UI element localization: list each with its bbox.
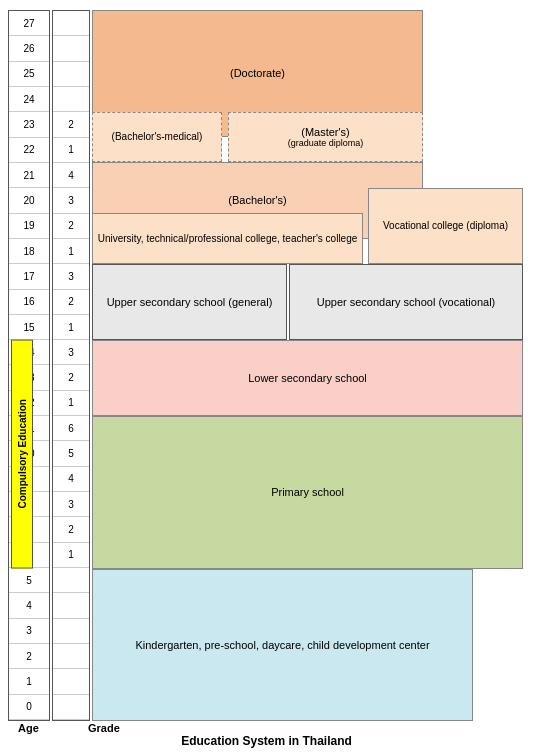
grade-cell-4 bbox=[53, 593, 89, 618]
grade-cell-14: 3 bbox=[53, 340, 89, 365]
age-cell-15: 15 bbox=[9, 315, 49, 340]
age-cell-4: 4 bbox=[9, 593, 49, 618]
upper-secondary-vocational-box: Upper secondary school (vocational) bbox=[289, 264, 523, 340]
chart-title: Education System in Thailand bbox=[0, 734, 533, 748]
grade-cell-3 bbox=[53, 619, 89, 644]
grade-cell-13: 2 bbox=[53, 366, 89, 391]
grade-cell-23: 2 bbox=[53, 112, 89, 137]
grade-axis-label: Grade bbox=[88, 722, 120, 734]
grade-cell-24 bbox=[53, 87, 89, 112]
grade-cell-19: 2 bbox=[53, 214, 89, 239]
age-cell-25: 25 bbox=[9, 62, 49, 87]
primary-school-box: Primary school bbox=[92, 416, 523, 568]
grade-cell-10: 5 bbox=[53, 441, 89, 466]
age-cell-17: 17 bbox=[9, 264, 49, 289]
masters-box: (Master's) (graduate diploma) bbox=[228, 112, 423, 163]
grade-cell-26 bbox=[53, 36, 89, 61]
grade-cell-27 bbox=[53, 11, 89, 36]
age-cell-16: 16 bbox=[9, 290, 49, 315]
age-cell-3: 3 bbox=[9, 619, 49, 644]
bachelors-medical-box: (Bachelor's-medical) bbox=[92, 112, 222, 163]
grade-cell-5 bbox=[53, 568, 89, 593]
chart-container: 2726252423222120191817161514131211109876… bbox=[0, 0, 533, 756]
grade-cell-1 bbox=[53, 669, 89, 694]
age-cell-19: 19 bbox=[9, 214, 49, 239]
compulsory-education-label: Compulsory Education bbox=[11, 340, 33, 569]
age-axis-label: Age bbox=[18, 722, 39, 734]
age-cell-21: 21 bbox=[9, 163, 49, 188]
grade-cell-11: 6 bbox=[53, 416, 89, 441]
age-cell-5: 5 bbox=[9, 568, 49, 593]
grade-cell-8: 3 bbox=[53, 492, 89, 517]
age-cell-1: 1 bbox=[9, 669, 49, 694]
age-cell-0: 0 bbox=[9, 695, 49, 720]
upper-secondary-general-box: Upper secondary school (general) bbox=[92, 264, 287, 340]
age-cell-20: 20 bbox=[9, 188, 49, 213]
grade-cell-25 bbox=[53, 62, 89, 87]
grade-cell-22: 1 bbox=[53, 138, 89, 163]
vocational-diploma-box: Vocational college (diploma) bbox=[368, 188, 523, 264]
compulsory-text: Compulsory Education bbox=[17, 400, 28, 509]
grade-cell-16: 2 bbox=[53, 290, 89, 315]
age-cell-27: 27 bbox=[9, 11, 49, 36]
grade-cell-7: 2 bbox=[53, 517, 89, 542]
age-cell-23: 23 bbox=[9, 112, 49, 137]
age-cell-26: 26 bbox=[9, 36, 49, 61]
grade-cell-0 bbox=[53, 695, 89, 720]
age-cell-2: 2 bbox=[9, 644, 49, 669]
grade-cell-21: 4 bbox=[53, 163, 89, 188]
grade-cell-17: 3 bbox=[53, 264, 89, 289]
grade-column: 214321321321654321 bbox=[52, 10, 90, 721]
grade-cell-9: 4 bbox=[53, 467, 89, 492]
lower-secondary-box: Lower secondary school bbox=[92, 340, 523, 416]
age-cell-22: 22 bbox=[9, 138, 49, 163]
grade-cell-18: 1 bbox=[53, 239, 89, 264]
grade-cell-6: 1 bbox=[53, 543, 89, 568]
age-cell-24: 24 bbox=[9, 87, 49, 112]
age-cell-18: 18 bbox=[9, 239, 49, 264]
grade-cell-12: 1 bbox=[53, 391, 89, 416]
grade-cell-15: 1 bbox=[53, 315, 89, 340]
main-grid: 2726252423222120191817161514131211109876… bbox=[8, 10, 523, 721]
grade-cell-20: 3 bbox=[53, 188, 89, 213]
grade-cell-2 bbox=[53, 644, 89, 669]
university-box: University, technical/professional colle… bbox=[92, 213, 363, 264]
kindergarten-box: Kindergarten, pre-school, daycare, child… bbox=[92, 569, 473, 721]
